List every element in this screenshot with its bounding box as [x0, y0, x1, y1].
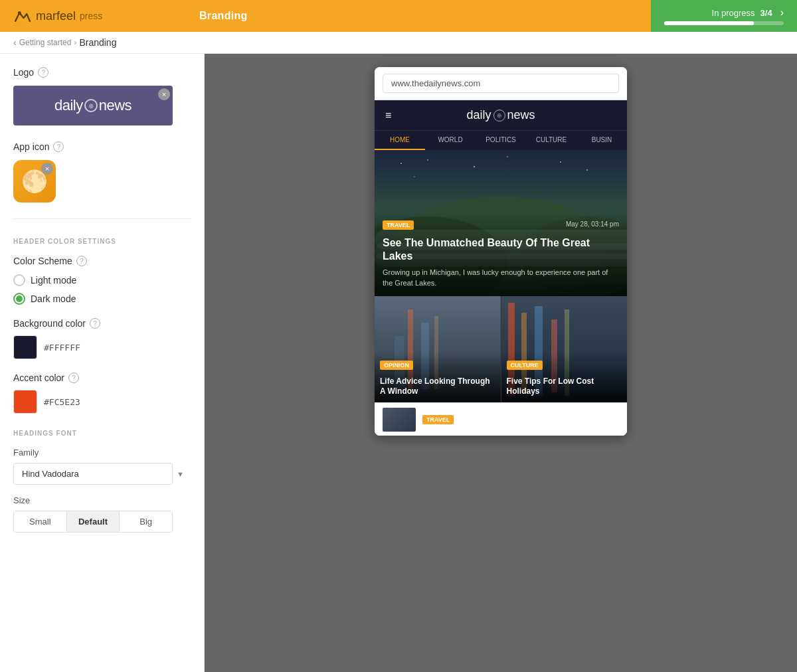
svg-point-6 [560, 161, 561, 163]
accent-color-hex: #FC5E23 [44, 397, 80, 407]
logo-preview-text: daily ⊕ news [54, 97, 132, 114]
font-family-label: Family [13, 448, 191, 458]
svg-point-7 [586, 169, 588, 171]
progress-next-arrow[interactable]: › [780, 7, 784, 19]
mobile-tab-politics[interactable]: POLITICS [476, 131, 526, 150]
progress-bar-background [664, 21, 784, 25]
hero-article: TRAVEL May 28, 03:14 pm See The Unmatche… [375, 150, 627, 296]
mobile-tab-home[interactable]: HOME [375, 131, 425, 150]
article-grid: OPINION Life Advice Looking Through A Wi… [375, 296, 627, 402]
bottom-strip-tag: TRAVEL [422, 415, 454, 424]
mobile-site-globe-icon: ⊕ [493, 110, 505, 122]
background-color-row: #FFFFFF [13, 335, 191, 359]
background-color-swatch[interactable] [13, 335, 37, 359]
progress-area: In progress 3/4 › [651, 0, 797, 32]
logo-globe-icon: ⊕ [84, 99, 98, 112]
font-size-label: Size [13, 495, 191, 505]
mobile-site-logo: daily⊕news [466, 108, 535, 122]
hero-title: See The Unmatched Beauty Of The Great La… [383, 236, 619, 264]
marfeel-logo-icon [13, 9, 32, 23]
bottom-strip-image [383, 408, 416, 432]
font-size-big-button[interactable]: Big [120, 511, 172, 532]
accent-color-help-icon[interactable]: ? [68, 373, 79, 383]
app-icon-help-icon[interactable]: ? [53, 141, 64, 152]
card-culture-overlay: CULTURE Five Tips For Low Cost Holidays [501, 353, 628, 402]
font-family-select[interactable]: Hind Vadodara Arial Georgia Roboto Open … [13, 463, 173, 485]
font-family-select-arrow: ▼ [177, 470, 184, 478]
logo-label: Logo ? [13, 67, 191, 78]
font-size-small-button[interactable]: Small [14, 511, 67, 532]
brand-press-label: press [80, 11, 102, 21]
browser-mockup: ≡ daily⊕news HOME WORLD POLITICS CULTURE… [375, 67, 627, 436]
progress-label: In progress 3/4 › [712, 7, 784, 19]
card-culture-tag: CULTURE [507, 361, 543, 370]
breadcrumb-current: Branding [79, 37, 116, 48]
hero-clearfix: TRAVEL May 28, 03:14 pm [383, 220, 619, 234]
mobile-nav: ≡ daily⊕news [375, 100, 627, 130]
hero-date: May 28, 03:14 pm [566, 220, 619, 228]
light-mode-radio[interactable]: Light mode [13, 274, 191, 286]
top-header: marfeel press Branding In progress 3/4 › [0, 0, 797, 32]
accent-color-swatch[interactable] [13, 390, 37, 414]
headings-font-section: HEADINGS FONT Family Hind Vadodara Arial… [13, 427, 191, 533]
card-opinion-tag: OPINION [380, 361, 413, 370]
logo-remove-button[interactable]: × [158, 88, 170, 100]
mobile-tab-world[interactable]: WORLD [425, 131, 476, 150]
background-color-label: Background color ? [13, 318, 191, 329]
background-color-hex: #FFFFFF [44, 343, 80, 353]
breadcrumb: ‹ Getting started › Branding [0, 32, 797, 54]
accent-color-row: #FC5E23 [13, 390, 191, 414]
brand-logo: marfeel press [13, 9, 102, 23]
header-color-settings: HEADER COLOR SETTINGS Color Scheme ? Lig… [13, 235, 191, 414]
browser-address-bar [375, 67, 627, 100]
hero-tag: TRAVEL [383, 220, 414, 230]
breadcrumb-parent: Getting started [19, 38, 72, 47]
address-bar-input[interactable] [383, 74, 619, 93]
page-title-area: Branding [186, 0, 651, 32]
brand-area: marfeel press [0, 0, 186, 32]
bottom-strip: TRAVEL [375, 402, 627, 436]
app-icon-upload-box[interactable]: 🌕 × [13, 160, 56, 203]
dark-mode-radio-inner [16, 295, 23, 302]
mobile-tab-culture[interactable]: CULTURE [526, 131, 576, 150]
card-opinion-overlay: OPINION Life Advice Looking Through A Wi… [375, 353, 501, 402]
progress-bar-fill [664, 21, 754, 25]
mobile-site-preview: ≡ daily⊕news HOME WORLD POLITICS CULTURE… [375, 100, 627, 436]
font-family-select-wrapper: Hind Vadodara Arial Georgia Roboto Open … [13, 463, 191, 485]
breadcrumb-separator: › [74, 38, 76, 47]
logo-help-icon[interactable]: ? [38, 67, 48, 78]
logo-upload-box[interactable]: daily ⊕ news × [13, 86, 173, 126]
accent-color-label: Accent color ? [13, 373, 191, 383]
light-mode-radio-outer [13, 274, 25, 286]
article-card-culture: CULTURE Five Tips For Low Cost Holidays [501, 296, 628, 402]
color-scheme-radio-group: Light mode Dark mode [13, 274, 191, 305]
background-color-section: Background color ? #FFFFFF [13, 318, 191, 359]
hero-overlay: TRAVEL May 28, 03:14 pm See The Unmatche… [375, 212, 627, 296]
color-scheme-help-icon[interactable]: ? [76, 256, 87, 266]
background-color-help-icon[interactable]: ? [90, 318, 100, 329]
svg-point-5 [507, 156, 508, 157]
svg-point-2 [400, 163, 402, 164]
main-layout: Logo ? daily ⊕ news × App icon ? 🌕 × [0, 54, 797, 672]
mobile-nav-tabs: HOME WORLD POLITICS CULTURE BUSIN [375, 130, 627, 150]
header-color-section-label: HEADER COLOR SETTINGS [13, 235, 191, 245]
app-icon-remove-button[interactable]: × [41, 163, 53, 175]
color-scheme-label: Color Scheme ? [13, 256, 191, 266]
right-preview: ≡ daily⊕news HOME WORLD POLITICS CULTURE… [205, 54, 797, 672]
font-family-section: Family Hind Vadodara Arial Georgia Robot… [13, 448, 191, 485]
svg-point-0 [18, 11, 21, 15]
dark-mode-radio[interactable]: Dark mode [13, 293, 191, 305]
font-size-default-button[interactable]: Default [67, 511, 120, 532]
mobile-tab-business[interactable]: BUSIN [576, 131, 627, 150]
breadcrumb-back-arrow[interactable]: ‹ [13, 37, 17, 48]
logo-section: Logo ? daily ⊕ news × [13, 67, 191, 126]
color-scheme-section: Color Scheme ? Light mode Dark mode [13, 256, 191, 305]
dark-mode-label: Dark mode [31, 294, 76, 304]
card-culture-title: Five Tips For Low Cost Holidays [507, 377, 622, 397]
mobile-menu-icon[interactable]: ≡ [385, 110, 391, 122]
svg-point-3 [427, 159, 428, 161]
hero-excerpt: Growing up in Michigan, I was lucky enou… [383, 268, 619, 288]
headings-font-section-label: HEADINGS FONT [13, 427, 191, 437]
svg-point-8 [414, 176, 415, 177]
article-card-opinion: OPINION Life Advice Looking Through A Wi… [375, 296, 501, 402]
